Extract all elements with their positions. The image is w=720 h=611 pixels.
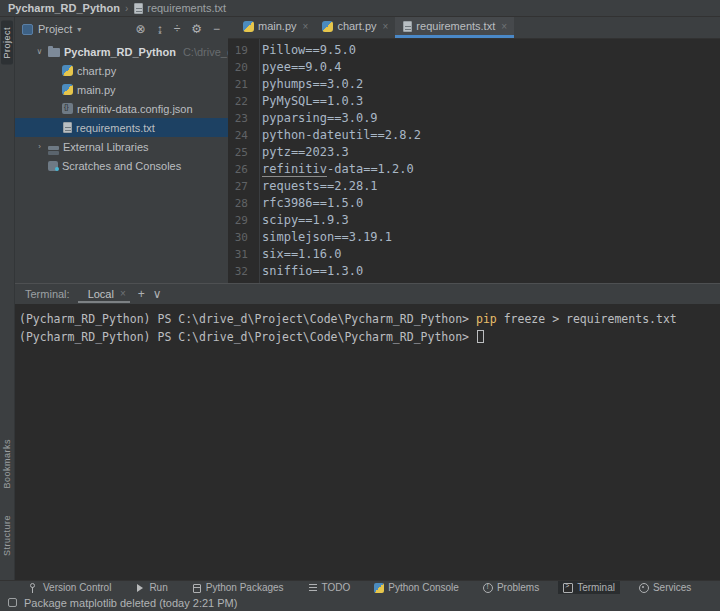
code-line: 24 python-dateutil==2.8.2 [228, 127, 720, 144]
breadcrumb-file[interactable]: requirements.txt [133, 2, 226, 14]
tool-window-button[interactable]: Services [634, 581, 696, 594]
code-text: pyparsing==3.0.9 [252, 110, 378, 127]
bottom-tool-window-bar: Version Control Run Python Packages TODO… [0, 580, 720, 594]
code-text-plain: rfc3986==1.5.0 [262, 196, 363, 210]
terminal-prompt: (Pycharm_RD_Python) PS C:\drive_d\Projec… [19, 330, 476, 344]
editor-tabbar: main.py × chart.py × [228, 17, 720, 39]
tree-item[interactable]: chart.py [15, 61, 228, 80]
code-text: scipy==1.9.3 [252, 212, 349, 229]
tool-window-icon [308, 583, 318, 593]
new-terminal-icon[interactable]: + [138, 287, 145, 301]
tree-item[interactable]: › External Libraries [15, 137, 228, 156]
close-icon[interactable]: × [120, 288, 126, 299]
code-text: refinitiv-data==1.2.0 [252, 161, 414, 178]
close-icon[interactable]: × [383, 21, 389, 32]
breadcrumb-file-label: requirements.txt [147, 2, 226, 14]
line-number: 30 [228, 229, 252, 246]
event-log-icon[interactable] [8, 598, 17, 607]
terminal-command-rest: freeze > requirements.txt [497, 312, 677, 326]
line-number: 25 [228, 144, 252, 161]
left-tool-stripe: Project Bookmarks Structure [0, 17, 15, 580]
toolbar-icon[interactable]: ↨ [157, 23, 163, 35]
tool-window-button[interactable]: Run [130, 581, 172, 594]
line-number: 32 [228, 263, 252, 280]
stripe-bookmarks-button[interactable]: Bookmarks [1, 433, 13, 495]
tree-item[interactable]: Scratches and Consoles [15, 156, 228, 175]
code-text-plain: six==1.16.0 [262, 247, 341, 261]
tree-chevron-icon[interactable]: › [35, 142, 44, 151]
breadcrumb-project[interactable]: Pycharm_RD_Python [8, 2, 120, 14]
chevron-down-icon[interactable]: ▾ [77, 25, 81, 34]
tool-window-icon [192, 583, 202, 593]
tool-window-button[interactable]: Problems [478, 581, 544, 594]
toolbar-icon[interactable]: − [213, 23, 220, 35]
stripe-project-button[interactable]: Project [1, 21, 13, 65]
code-text-plain: PyMySQL==1.0.3 [262, 94, 363, 108]
project-tree: ∨ Pycharm_RD_Python C:\drive_d\Project c… [15, 41, 228, 283]
code-text: requests==2.28.1 [252, 178, 378, 195]
tool-window-button[interactable]: TODO [303, 581, 356, 594]
code-text-plain: scipy==1.9.3 [262, 213, 349, 227]
tree-item[interactable]: refinitiv-data.config.json [15, 99, 228, 118]
close-icon[interactable]: × [303, 21, 309, 32]
tree-item-label: requirements.txt [76, 122, 155, 134]
terminal-command-highlight: pip [476, 312, 497, 326]
tool-window-button[interactable]: Python Packages [187, 581, 289, 594]
terminal-tab-local[interactable]: Local × [78, 286, 130, 303]
tree-chevron-icon[interactable]: ∨ [35, 47, 44, 56]
line-number: 27 [228, 178, 252, 195]
line-number: 20 [228, 59, 252, 76]
code-text-plain: sniffio==1.3.0 [262, 264, 363, 278]
code-line: 27 requests==2.28.1 [228, 178, 720, 195]
file-type-icon [48, 146, 59, 150]
file-type-icon [403, 21, 412, 32]
line-number: 31 [228, 246, 252, 263]
file-type-icon [63, 122, 72, 133]
code-line: 32 sniffio==1.3.0 [228, 263, 720, 280]
line-number: 24 [228, 127, 252, 144]
file-type-icon [62, 84, 73, 95]
toolbar-icon[interactable]: ÷ [174, 23, 181, 35]
file-type-icon [62, 103, 73, 114]
code-text: pyee==9.0.4 [252, 59, 341, 76]
code-text-rest: -data==1.2.0 [327, 162, 414, 176]
tool-window-icon [639, 583, 649, 593]
text-file-icon [134, 3, 143, 14]
line-number: 23 [228, 110, 252, 127]
tree-item-label: Scratches and Consoles [62, 160, 181, 172]
toolbar-icon[interactable]: ⚙ [191, 23, 202, 35]
project-view-icon [22, 24, 33, 35]
tool-window-label: Terminal [577, 582, 615, 593]
toolbar-icon[interactable]: ⊗ [136, 23, 146, 35]
project-panel-title[interactable]: Project [38, 23, 72, 35]
tree-item-label: External Libraries [63, 141, 149, 153]
editor-tab[interactable]: main.py × [236, 17, 315, 38]
tree-item[interactable]: ∨ Pycharm_RD_Python C:\drive_d\Project [15, 42, 228, 61]
editor-tab[interactable]: requirements.txt × [395, 17, 514, 38]
terminal-body[interactable]: (Pycharm_RD_Python) PS C:\drive_d\Projec… [15, 304, 720, 580]
code-text: six==1.16.0 [252, 246, 341, 263]
chevron-down-icon[interactable]: ∨ [153, 287, 162, 301]
pycharm-window: Pycharm_RD_Python › requirements.txt Pro… [0, 0, 720, 611]
editor: main.py × chart.py × [228, 17, 720, 283]
tool-window-button[interactable]: Version Control [24, 581, 116, 594]
tree-item[interactable]: main.py [15, 80, 228, 99]
code-text-plain: pytz==2023.3 [262, 145, 349, 159]
close-icon[interactable]: × [501, 21, 507, 32]
tree-item[interactable]: requirements.txt [15, 118, 228, 137]
tool-window-button[interactable]: Python Console [369, 581, 464, 594]
code-text-plain: simplejson==3.19.1 [262, 230, 392, 244]
tool-window-icon [563, 583, 573, 593]
editor-tab[interactable]: chart.py × [315, 17, 395, 38]
status-message: Package matplotlib deleted (today 2:21 P… [24, 597, 237, 609]
code-area[interactable]: 19 Pillow==9.5.0 20 pyee==9.0.4 21 [228, 39, 720, 283]
code-text: sniffio==1.3.0 [252, 263, 363, 280]
tool-window-button[interactable]: Terminal [558, 581, 620, 594]
tool-window-label: Run [149, 582, 167, 593]
code-text: rfc3986==1.5.0 [252, 195, 363, 212]
code-text-plain: Pillow==9.5.0 [262, 43, 356, 57]
code-text: pyhumps==3.0.2 [252, 76, 363, 93]
code-text: Pillow==9.5.0 [252, 42, 356, 59]
project-panel-header: Project ▾ ⊗↨÷⚙− [15, 17, 228, 41]
stripe-structure-button[interactable]: Structure [1, 509, 13, 562]
